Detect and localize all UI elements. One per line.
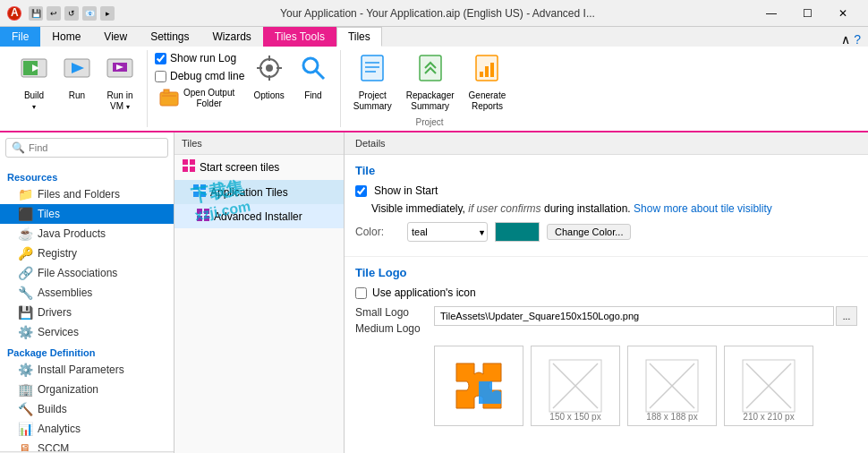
image-box-4: 210 x 210 px (724, 346, 813, 426)
repackager-summary-label: RepackagerSummary (406, 90, 455, 112)
sidebar-item-services[interactable]: ⚙️ Services (0, 322, 174, 342)
sidebar-item-files-folders[interactable]: 📁 Files and Folders (0, 184, 174, 204)
sidebar-item-organization[interactable]: 🏢 Organization (0, 380, 174, 399)
sidebar-item-tiles[interactable]: ⬛ Tiles (0, 204, 174, 224)
sidebar-item-assemblies[interactable]: 🔧 Assemblies (0, 283, 174, 303)
minimize-button[interactable]: — (753, 0, 789, 27)
logo-browse-button[interactable]: ... (836, 306, 857, 326)
tab-view[interactable]: View (92, 27, 139, 47)
sidebar-item-organization-label: Organization (38, 383, 98, 396)
svg-rect-38 (204, 209, 209, 214)
sidebar-item-install-params[interactable]: ⚙️ Install Parameters (0, 360, 174, 380)
color-preview (495, 222, 540, 242)
maximize-button[interactable]: ☐ (789, 0, 825, 27)
tree-root-label: Start screen tiles (200, 161, 279, 174)
tiles-icon: ⬛ (18, 207, 32, 221)
sidebar-item-analytics[interactable]: 📊 Analytics (0, 419, 174, 439)
files-folders-icon: 📁 (18, 187, 32, 201)
quick-access-icon3[interactable]: ↺ (64, 6, 79, 21)
run-icon (63, 54, 91, 89)
quick-access-icon2[interactable]: ↩ (47, 6, 61, 21)
ribbon-help-icon[interactable]: ? (854, 32, 861, 47)
run-in-vm-button[interactable]: Run inVM ▾ (100, 50, 140, 115)
tab-home[interactable]: Home (40, 27, 92, 47)
svg-rect-39 (197, 216, 202, 221)
medium-logo-label: Medium Logo (355, 322, 427, 335)
color-select[interactable]: teal blue red green (407, 222, 488, 242)
quick-access-icon1[interactable]: 💾 (29, 6, 43, 21)
close-button[interactable]: ✕ (825, 0, 861, 27)
svg-rect-40 (204, 216, 209, 221)
sidebar-item-drivers[interactable]: 💾 Drivers (0, 303, 174, 322)
search-input[interactable] (29, 142, 162, 153)
sidebar-item-builds[interactable]: 🔨 Builds (0, 399, 174, 419)
tab-file[interactable]: File (0, 27, 40, 47)
debug-cmd-row[interactable]: Debug cmd line (155, 68, 244, 84)
tab-tiles[interactable]: Tiles (336, 27, 382, 47)
search-box[interactable]: 🔍 (5, 138, 168, 158)
open-output-label: Open OutputFolder (183, 88, 234, 109)
main-area: 🔍 Resources 📁 Files and Folders ⬛ Tiles … (0, 132, 868, 453)
java-icon: ☕ (18, 226, 32, 241)
tree-item-app-tiles[interactable]: Application Tiles (174, 180, 344, 204)
ribbon-bar: Build▾ Run (0, 47, 868, 132)
show-more-link[interactable]: Show more about tile visiblity (634, 202, 772, 215)
find-label: Find (304, 90, 321, 101)
ribbon-group-options-items: Show run Log Debug cmd line Open OutputF… (155, 50, 333, 125)
show-run-log-checkbox[interactable] (155, 53, 166, 64)
window-title: Your Application - Your Application.aip … (122, 7, 753, 20)
generate-reports-button[interactable]: GenerateReports (464, 50, 512, 115)
sidebar-item-file-assoc[interactable]: 🔗 File Associations (0, 263, 174, 283)
tree-item-advanced-installer[interactable]: Advanced Installer (174, 204, 344, 228)
sccm-icon: 🖥 (18, 441, 32, 451)
svg-rect-36 (200, 192, 206, 197)
svg-rect-10 (160, 92, 178, 106)
change-color-button[interactable]: Change Color... (547, 224, 631, 240)
repackager-summary-button[interactable]: RepackagerSummary (401, 50, 460, 115)
quick-access-icon4[interactable]: 📧 (82, 6, 97, 21)
sidebar-item-registry[interactable]: 🔑 Registry (0, 244, 174, 263)
image-box-2-label: 150 x 150 px (532, 412, 619, 422)
show-run-log-row[interactable]: Show run Log (155, 50, 244, 66)
sidebar-section-package: Package Definition (0, 342, 174, 360)
tree-root[interactable]: Start screen tiles (174, 155, 344, 180)
title-bar: A 💾 ↩ ↺ 📧 ▸ Your Application - Your Appl… (0, 0, 868, 27)
color-select-wrapper[interactable]: teal blue red green ▾ (407, 222, 488, 242)
build-button[interactable]: Build▾ (14, 50, 54, 115)
image-box-3-label: 188 x 188 px (628, 412, 716, 422)
ribbon-help-chevron[interactable]: ∧ (841, 32, 850, 47)
build-icon (20, 54, 48, 89)
logo-file-input-area: TileAssets\Updater_Square150x150Logo.png… (434, 306, 857, 326)
use-app-icon-row[interactable]: Use application's icon (355, 286, 857, 299)
options-button[interactable]: Options (248, 50, 289, 105)
image-box-1 (434, 346, 523, 426)
search-icon: 🔍 (12, 141, 25, 154)
debug-cmd-checkbox[interactable] (155, 71, 166, 82)
find-button[interactable]: Find (294, 50, 333, 105)
tab-wizards[interactable]: Wizards (201, 27, 263, 47)
project-summary-button[interactable]: ProjectSummary (348, 50, 397, 115)
run-in-vm-icon (106, 54, 134, 89)
sidebar-item-java[interactable]: ☕ Java Products (0, 224, 174, 244)
services-icon: ⚙️ (18, 325, 32, 339)
sidebar-item-sccm[interactable]: 🖥 SCCM (0, 439, 174, 451)
svg-rect-26 (480, 72, 483, 77)
open-output-button[interactable]: Open OutputFolder (155, 86, 244, 111)
organization-icon: 🏢 (18, 382, 32, 397)
sidebar-item-services-label: Services (38, 326, 79, 338)
tab-tiles-tools[interactable]: Tiles Tools (263, 27, 336, 47)
tab-settings[interactable]: Settings (139, 27, 200, 47)
svg-rect-11 (164, 90, 169, 93)
logo-file-row: TileAssets\Updater_Square150x150Logo.png… (434, 306, 857, 326)
project-summary-icon (358, 54, 387, 89)
sidebar-section-resources: Resources (0, 167, 174, 184)
run-button[interactable]: Run (57, 50, 97, 105)
sidebar-item-files-folders-label: Files and Folders (38, 188, 120, 201)
use-app-icon-checkbox[interactable] (355, 287, 367, 299)
show-in-start-checkbox[interactable] (355, 185, 367, 197)
logo-file-area: Small Logo Medium Logo TileAssets\Update… (355, 306, 857, 335)
if-confirms-text: if user confirms (468, 202, 540, 215)
logo-file-path[interactable]: TileAssets\Updater_Square150x150Logo.png (434, 306, 834, 326)
svg-text:A: A (11, 7, 19, 19)
quick-access-icon5[interactable]: ▸ (100, 6, 115, 21)
